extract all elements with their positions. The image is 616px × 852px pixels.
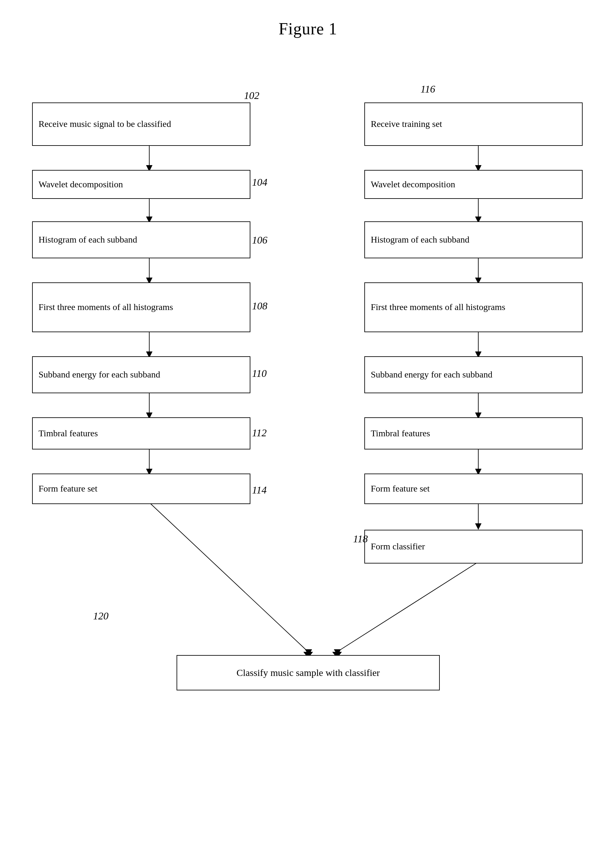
annotation-120: 120	[93, 610, 108, 622]
annotation-116: 116	[420, 83, 435, 95]
left-box-2: Wavelet decomposition	[32, 170, 250, 199]
svg-line-28	[337, 562, 478, 652]
left-box-3: Histogram of each subband	[32, 221, 250, 258]
page-title: Figure 1	[0, 0, 616, 51]
annotation-118: 118	[353, 533, 368, 545]
right-box-2: Wavelet decomposition	[364, 170, 583, 199]
annotation-104: 104	[252, 177, 267, 188]
annotation-110: 110	[252, 367, 267, 379]
annotation-102: 102	[244, 90, 259, 101]
annotation-106: 106	[252, 234, 267, 246]
annotation-108: 108	[252, 300, 267, 312]
annotation-114: 114	[252, 484, 267, 496]
svg-marker-25	[475, 523, 482, 530]
bottom-box: Classify music sample with classifier	[176, 655, 440, 690]
annotation-112: 112	[252, 427, 267, 439]
left-box-1: Receive music signal to be classified	[32, 103, 250, 146]
left-box-7: Form feature set	[32, 474, 250, 504]
svg-line-26	[149, 503, 308, 652]
right-box-3: Histogram of each subband	[364, 221, 583, 258]
left-box-6: Timbral features	[32, 417, 250, 449]
right-box-7: Form feature set	[364, 474, 583, 504]
right-box-1: Receive training set	[364, 103, 583, 146]
left-box-5: Subband energy for each subband	[32, 356, 250, 393]
right-box-4: First three moments of all histograms	[364, 282, 583, 332]
right-box-5: Subband energy for each subband	[364, 356, 583, 393]
svg-marker-29	[334, 649, 341, 656]
right-box-8: Form classifier	[364, 530, 583, 563]
diagram: Receive music signal to be classified Wa…	[0, 51, 616, 852]
left-box-4: First three moments of all histograms	[32, 282, 250, 332]
right-box-6: Timbral features	[364, 417, 583, 449]
svg-marker-27	[305, 649, 312, 656]
